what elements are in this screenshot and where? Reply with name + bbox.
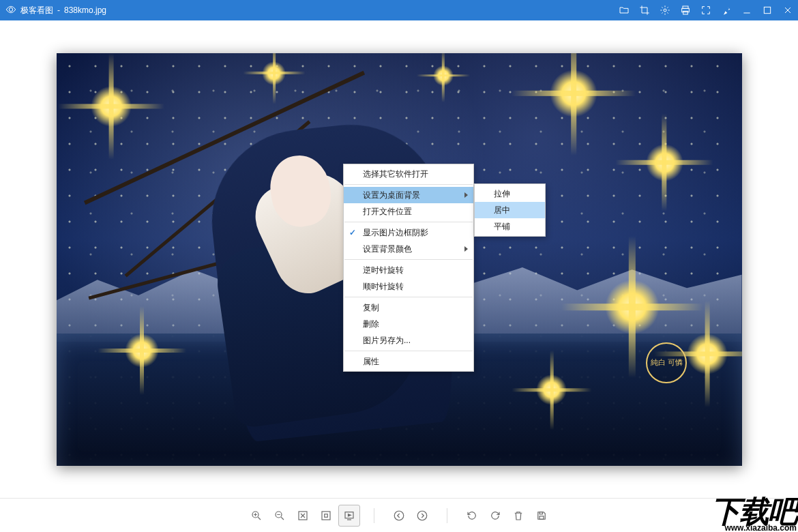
- svg-rect-10: [325, 514, 328, 517]
- submenu-stretch[interactable]: 拉伸: [475, 186, 545, 202]
- fit-screen-button[interactable]: [292, 505, 314, 527]
- maximize-button[interactable]: [757, 0, 778, 20]
- filename: 838kmo.jpg: [64, 5, 106, 15]
- menu-delete[interactable]: 删除: [344, 316, 473, 332]
- prev-button[interactable]: [388, 505, 410, 527]
- minimize-button[interactable]: [737, 0, 757, 20]
- close-button[interactable]: [778, 0, 798, 20]
- submenu-center[interactable]: 居中: [475, 202, 545, 218]
- svg-point-1: [664, 9, 666, 12]
- menu-separator: [344, 297, 473, 297]
- bottom-toolbar: [0, 498, 798, 532]
- app-logo-icon: [5, 4, 16, 17]
- next-button[interactable]: [411, 505, 433, 527]
- slideshow-button[interactable]: [338, 505, 360, 527]
- svg-rect-4: [683, 11, 688, 14]
- menu-open-with[interactable]: 选择其它软件打开: [344, 166, 473, 182]
- menu-save-as[interactable]: 图片另存为...: [344, 332, 473, 349]
- rotate-cw-button[interactable]: [484, 505, 506, 527]
- save-button[interactable]: [531, 505, 552, 527]
- context-submenu-wallpaper[interactable]: 拉伸 居中 平铺: [474, 183, 546, 237]
- fullscreen-button[interactable]: [696, 0, 716, 20]
- chevron-right-icon: [464, 192, 468, 198]
- submenu-tile[interactable]: 平铺: [475, 218, 545, 235]
- menu-separator: [344, 351, 473, 351]
- open-folder-button[interactable]: [614, 0, 634, 20]
- print-button[interactable]: [675, 0, 696, 20]
- settings-button[interactable]: [655, 0, 675, 20]
- svg-rect-9: [322, 512, 330, 520]
- menu-set-bg-color[interactable]: 设置背景颜色: [344, 241, 473, 257]
- rotate-ccw-button[interactable]: [461, 505, 483, 527]
- svg-rect-5: [764, 7, 770, 13]
- menu-properties[interactable]: 属性: [344, 353, 473, 370]
- menu-separator: [344, 184, 473, 185]
- menu-separator: [344, 259, 473, 260]
- menu-open-file-location[interactable]: 打开文件位置: [344, 203, 473, 220]
- menu-separator: [344, 222, 473, 222]
- menu-rotate-cw[interactable]: 顺时针旋转: [344, 278, 473, 295]
- actual-size-button[interactable]: [315, 505, 337, 527]
- svg-rect-14: [540, 512, 543, 514]
- svg-rect-15: [540, 516, 544, 519]
- menu-set-wallpaper[interactable]: 设置为桌面背景: [344, 187, 473, 203]
- svg-point-0: [9, 8, 12, 11]
- zoom-in-button[interactable]: [246, 505, 267, 527]
- menu-rotate-ccw[interactable]: 逆时针旋转: [344, 262, 473, 278]
- pin-button[interactable]: [716, 0, 737, 20]
- chevron-right-icon: [464, 246, 468, 252]
- context-menu[interactable]: 选择其它软件打开 设置为桌面背景 打开文件位置 ✓显示图片边框阴影 设置背景颜色…: [343, 164, 474, 372]
- zoom-out-button[interactable]: [269, 505, 291, 527]
- check-icon: ✓: [349, 228, 356, 237]
- toolbar-separator: [447, 508, 447, 523]
- toolbar-separator: [374, 508, 374, 523]
- crop-button[interactable]: [634, 0, 655, 20]
- svg-point-13: [417, 511, 427, 520]
- svg-point-12: [394, 511, 404, 520]
- menu-copy[interactable]: 复制: [344, 299, 473, 316]
- titlebar: 极客看图 - 838kmo.jpg: [0, 0, 798, 20]
- delete-button[interactable]: [507, 505, 529, 527]
- menu-show-frame-shadow[interactable]: ✓显示图片边框阴影: [344, 224, 473, 241]
- app-name: 极客看图: [20, 5, 53, 16]
- title-separator: -: [57, 5, 60, 15]
- image-seal: 純白 可憐: [646, 342, 687, 383]
